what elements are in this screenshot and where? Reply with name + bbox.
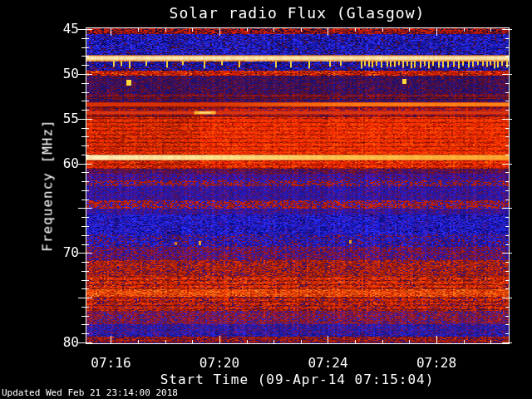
spectrogram-plot [0, 0, 532, 399]
y-tick-label: 80 [31, 334, 79, 350]
solar-radio-spectrogram-page: Solar radio Flux (Glasgow) Frequency [MH… [0, 0, 532, 399]
x-tick-label: 07:20 [182, 355, 257, 371]
x-tick-label: 07:28 [399, 355, 474, 371]
x-tick-label: 07:24 [290, 355, 365, 371]
y-axis-title: Frequency [MHz] [40, 119, 56, 252]
y-tick-label: 45 [31, 21, 79, 37]
y-tick-label: 70 [31, 244, 79, 260]
x-axis-title: Start Time (09-Apr-14 07:15:04) [86, 372, 509, 387]
y-tick-label: 60 [31, 155, 79, 171]
y-tick-label: 55 [31, 111, 79, 126]
x-tick-label: 07:16 [73, 355, 148, 371]
updated-timestamp: Updated Wed Feb 21 23:14:00 2018 [2, 387, 178, 398]
y-tick-label: 50 [31, 66, 79, 81]
chart-title: Solar radio Flux (Glasgow) [86, 4, 509, 22]
